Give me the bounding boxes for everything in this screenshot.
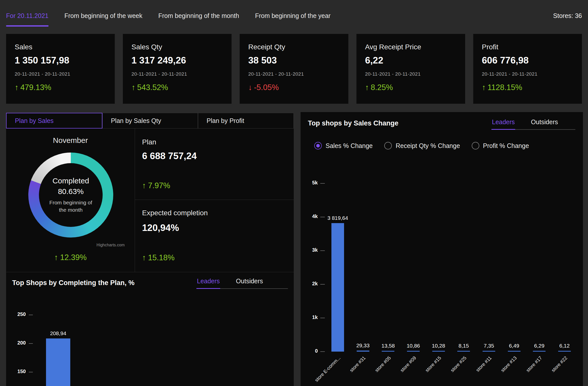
kpi-period: 20-11-2021 - 20-11-2021 [131, 71, 223, 77]
kpi-period: 20-11-2021 - 20-11-2021 [15, 71, 106, 77]
bar-store-e-comm[interactable] [331, 223, 344, 352]
y-axis-tick [320, 284, 325, 285]
y-axis-tick [320, 250, 325, 251]
period-tab-from-beginning-of-the-month[interactable]: From beginning of the month [158, 5, 239, 27]
period-tabs: For 20.11.2021From beginning of the week… [6, 5, 331, 27]
stores-count: Stores: 36 [553, 12, 582, 19]
donut-change-value: 12.39% [60, 253, 87, 262]
y-axis-tick [29, 315, 33, 315]
bar-item-0[interactable] [46, 338, 70, 386]
y-axis-tick-label: 4k [301, 213, 318, 219]
plan-donut-area: November Completed 80.63% From beginning… [6, 128, 135, 272]
x-axis-label-text: store #05 [374, 355, 392, 373]
up-arrow-icon: ↑ [482, 83, 486, 92]
plan-block-value: 6 688 757,24 [142, 151, 197, 161]
plan-tab-plan-by-profit[interactable]: Plan by Profit [198, 113, 294, 128]
plan-completion-donut-chart: Completed 80.63% From beginning of the m… [28, 153, 113, 238]
kpi-card-sales-qty: Sales Qty1 317 249,2620-11-2021 - 20-11-… [123, 34, 232, 104]
y-axis-tick-label: 1k [301, 314, 318, 320]
donut-change: ↑ 12.39% [6, 253, 135, 262]
bar-store-09[interactable] [407, 351, 420, 352]
donut-subtitle: From beginning of the month [49, 199, 92, 214]
up-arrow-icon: ↑ [54, 253, 58, 262]
y-axis-tick-label: 3k [301, 247, 318, 253]
plan-panel: Plan by SalesPlan by Sales QtyPlan by Pr… [6, 113, 294, 386]
kpi-title: Profit [482, 43, 573, 51]
donut-center: Completed 80.63% From beginning of the m… [39, 163, 103, 227]
kpi-period: 20-11-2021 - 20-11-2021 [365, 71, 457, 77]
kpi-title: Avg Receipt Price [365, 43, 457, 51]
plan-tab-plan-by-sales[interactable]: Plan by Sales [6, 113, 102, 128]
kpi-change: ↓-5.05% [248, 83, 340, 92]
kpi-title: Sales [15, 43, 106, 51]
y-axis-tick [320, 183, 325, 184]
up-arrow-icon: ↑ [365, 83, 369, 92]
topbar: For 20.11.2021From beginning of the week… [0, 0, 588, 27]
period-tab-for-20-11-2021[interactable]: For 20.11.2021 [6, 5, 49, 27]
x-axis-label-text: store #09 [399, 355, 417, 373]
kpi-title: Sales Qty [131, 43, 223, 51]
y-axis-tick-label: 200 [6, 340, 26, 346]
kpi-value: 606 776,98 [482, 55, 573, 66]
bar-store-22[interactable] [558, 351, 571, 352]
plan-shops-bar-chart: 250200150208,94 [6, 272, 294, 386]
bar-store-31[interactable] [357, 351, 369, 352]
period-tab-from-beginning-of-the-year[interactable]: From beginning of the year [255, 5, 331, 27]
up-arrow-icon: ↑ [15, 83, 19, 92]
kpi-change-value: 1128.15% [488, 83, 522, 92]
y-axis-tick [320, 318, 325, 318]
y-axis-tick-label: 250 [6, 311, 26, 317]
expected-block-value: 120,94% [142, 223, 179, 233]
kpi-change-value: 543.52% [137, 83, 168, 92]
bar-store-25[interactable] [457, 351, 470, 352]
x-axis-label-text: store #25 [449, 355, 468, 373]
bar-store-15[interactable] [432, 351, 445, 352]
up-arrow-icon: ↑ [142, 181, 146, 190]
y-axis-tick [29, 343, 33, 344]
x-axis-label-text: store #17 [525, 355, 543, 373]
up-arrow-icon: ↑ [142, 253, 146, 262]
period-tab-from-beginning-of-the-week[interactable]: From beginning of the week [64, 5, 143, 27]
y-axis-tick-label: 5k [301, 180, 318, 186]
y-axis-tick [29, 372, 33, 372]
up-arrow-icon: ↑ [131, 83, 135, 92]
bar-value-label: 3 819,64 [319, 215, 357, 221]
kpi-change: ↑479.13% [15, 83, 106, 92]
expected-block-title: Expected completion [142, 209, 208, 217]
month-label: November [6, 136, 135, 145]
highcharts-credit-link[interactable]: Highcharts.com [97, 243, 125, 247]
donut-completed-percent: 80.63% [58, 187, 84, 196]
kpi-value: 6,22 [365, 55, 457, 66]
kpi-period: 20-11-2021 - 20-11-2021 [482, 71, 573, 77]
x-axis-label-text: store #31 [349, 355, 367, 373]
kpi-card-profit: Profit606 776,9820-11-2021 - 20-11-2021↑… [473, 34, 582, 104]
kpi-period: 20-11-2021 - 20-11-2021 [248, 71, 340, 77]
plan-block-change: ↑ 7.97% [142, 181, 170, 190]
kpi-change: ↑543.52% [131, 83, 223, 92]
kpi-card-avg-receipt-price: Avg Receipt Price6,2220-11-2021 - 20-11-… [356, 34, 465, 104]
bar-store-05[interactable] [382, 351, 394, 352]
kpi-card-receipt-qty: Receipt Qty38 50320-11-2021 - 20-11-2021… [240, 34, 348, 104]
x-axis-label-text: store E-comm... [314, 355, 342, 383]
divider [135, 200, 294, 200]
bar-store-13[interactable] [508, 351, 521, 352]
kpi-change: ↑8.25% [365, 83, 457, 92]
donut-completed-label: Completed [52, 177, 89, 185]
plan-shops-chart-section: Top Shops by Completing the Plan, % Lead… [6, 272, 294, 386]
kpi-value: 38 503 [248, 55, 340, 66]
kpi-title: Receipt Qty [248, 43, 340, 51]
sales-change-panel: Top shops by Sales Change LeadersOutside… [301, 112, 583, 386]
plan-tab-plan-by-sales-qty[interactable]: Plan by Sales Qty [102, 113, 198, 128]
y-axis-tick-label: 0 [301, 348, 318, 354]
x-axis-label-text: store #11 [475, 355, 493, 373]
kpi-change-value: 8.25% [371, 83, 393, 92]
bar-store-11[interactable] [483, 351, 495, 352]
kpi-change-value: -5.05% [254, 83, 279, 92]
y-axis-tick-label: 2k [301, 281, 318, 287]
bar-value-label: 208,94 [39, 330, 77, 336]
kpi-change: ↑1128.15% [482, 83, 573, 92]
expected-block-change-value: 15.18% [148, 253, 175, 262]
kpi-value: 1 317 249,26 [131, 55, 223, 66]
bar-store-17[interactable] [533, 351, 546, 352]
x-axis-label-text: store #22 [550, 355, 569, 373]
